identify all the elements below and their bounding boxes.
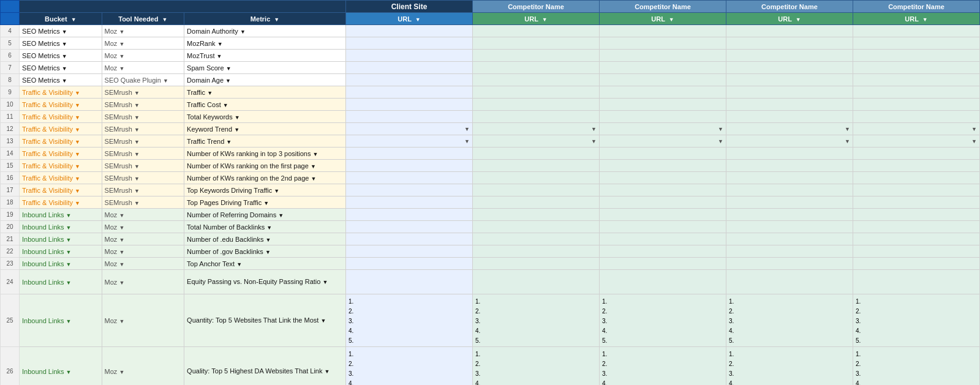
- comp3-url-cell[interactable]: [726, 74, 853, 86]
- tool-filter[interactable]: ▼: [119, 41, 124, 47]
- bucket-filter[interactable]: ▼: [75, 188, 80, 194]
- comp2-url-list-cell[interactable]: 1.2.3.4.: [599, 347, 726, 386]
- comp1-url-dropdown-cell[interactable]: ▼: [473, 123, 600, 135]
- client-url-cell[interactable]: [346, 62, 473, 74]
- metric-filter[interactable]: ▼: [320, 318, 326, 324]
- client-url-cell[interactable]: [346, 99, 473, 111]
- comp4-url-cell[interactable]: [853, 50, 979, 62]
- client-url-cell[interactable]: [346, 184, 473, 196]
- metric-filter[interactable]: ▼: [235, 114, 240, 121]
- client-url-cell[interactable]: [346, 196, 473, 209]
- comp3-url-cell[interactable]: [726, 233, 853, 245]
- tool-filter[interactable]: ▼: [119, 249, 124, 255]
- comp2-url-cell[interactable]: [599, 148, 726, 160]
- comp3-url-cell[interactable]: [726, 99, 853, 111]
- comp2-url-cell[interactable]: [599, 196, 726, 209]
- comp1-url-cell[interactable]: [473, 233, 600, 245]
- comp2-url-cell[interactable]: [599, 37, 726, 50]
- comp3-url-cell[interactable]: [726, 86, 853, 99]
- metric-filter[interactable]: ▼: [226, 139, 232, 145]
- comp2-url-cell[interactable]: [599, 111, 726, 123]
- comp1-url-cell[interactable]: [473, 74, 600, 86]
- client-url-cell[interactable]: [346, 233, 473, 245]
- comp4-url-cell[interactable]: [853, 148, 979, 160]
- comp4-url-cell[interactable]: [853, 270, 979, 294]
- client-url-cell[interactable]: [346, 50, 473, 62]
- comp1-url-cell[interactable]: [473, 258, 600, 270]
- bucket-filter[interactable]: ▼: [75, 163, 80, 170]
- comp1-url-cell[interactable]: [473, 25, 600, 37]
- client-url-cell[interactable]: [346, 172, 473, 184]
- tool-filter[interactable]: ▼: [134, 200, 140, 206]
- metric-filter[interactable]: ▼: [240, 29, 246, 35]
- comp1-url-cell[interactable]: [473, 62, 600, 74]
- comp2-url-list-cell[interactable]: 1.2.3.4.5.: [599, 294, 726, 347]
- comp2-url-cell[interactable]: [599, 25, 726, 37]
- comp2-url-cell[interactable]: [599, 86, 726, 99]
- comp2-url-cell[interactable]: [599, 62, 726, 74]
- bucket-filter[interactable]: ▼: [66, 280, 72, 286]
- comp2-url-cell[interactable]: [599, 99, 726, 111]
- comp2-url-cell[interactable]: [599, 221, 726, 233]
- comp3-url-cell[interactable]: [726, 25, 853, 37]
- comp2-url-cell[interactable]: [599, 270, 726, 294]
- bucket-filter[interactable]: ▼: [75, 176, 80, 182]
- bucket-filter[interactable]: ▼: [62, 78, 67, 84]
- comp4-url-cell[interactable]: [853, 258, 979, 270]
- comp3-url-dropdown-cell[interactable]: ▼: [726, 123, 853, 135]
- tool-filter[interactable]: ▼: [119, 237, 124, 243]
- metric-filter[interactable]: ▼: [217, 41, 223, 47]
- comp2-url-cell[interactable]: [599, 233, 726, 245]
- client-url-dropdown-cell[interactable]: ▼: [346, 135, 473, 148]
- metric-filter[interactable]: ▼: [223, 102, 228, 108]
- metric-filter[interactable]: ▼: [265, 249, 271, 255]
- comp1-url-cell[interactable]: [473, 37, 600, 50]
- tool-filter[interactable]: ▼: [134, 151, 140, 157]
- comp3-url-cell[interactable]: [726, 62, 853, 74]
- metric-filter[interactable]: ▼: [226, 65, 232, 72]
- comp2-url-cell[interactable]: [599, 160, 726, 172]
- comp4-url-cell[interactable]: [853, 99, 979, 111]
- comp1-url-cell[interactable]: [473, 111, 600, 123]
- client-url-filter-icon[interactable]: ▼: [415, 17, 421, 23]
- comp4-url-cell[interactable]: [853, 233, 979, 245]
- comp1-url-cell[interactable]: [473, 245, 600, 258]
- tool-filter[interactable]: ▼: [119, 29, 124, 35]
- comp1-url-cell[interactable]: [473, 99, 600, 111]
- comp3-url-list-cell[interactable]: 1.2.3.4.5.: [726, 294, 853, 347]
- comp3-url-dropdown-cell[interactable]: ▼: [726, 135, 853, 148]
- tool-filter-icon[interactable]: ▼: [162, 17, 168, 23]
- comp2-url-dropdown-cell[interactable]: ▼: [599, 135, 726, 148]
- tool-filter[interactable]: ▼: [119, 53, 124, 59]
- bucket-filter[interactable]: ▼: [75, 127, 80, 133]
- bucket-filter[interactable]: ▼: [66, 212, 72, 219]
- bucket-filter[interactable]: ▼: [66, 225, 72, 231]
- comp4-url-cell[interactable]: [853, 196, 979, 209]
- comp4-url-cell[interactable]: [853, 172, 979, 184]
- client-url-cell[interactable]: [346, 111, 473, 123]
- tool-filter[interactable]: ▼: [134, 90, 140, 96]
- metric-filter[interactable]: ▼: [236, 261, 242, 267]
- metric-filter[interactable]: ▼: [311, 176, 317, 182]
- tool-filter[interactable]: ▼: [134, 163, 140, 170]
- bucket-filter[interactable]: ▼: [75, 139, 80, 145]
- client-url-cell[interactable]: [346, 25, 473, 37]
- bucket-filter[interactable]: ▼: [75, 200, 80, 206]
- comp2-url-cell[interactable]: [599, 258, 726, 270]
- comp1-url-filter-icon[interactable]: ▼: [542, 17, 548, 23]
- comp1-url-list-cell[interactable]: 1.2.3.4.: [473, 347, 600, 386]
- comp2-url-cell[interactable]: [599, 74, 726, 86]
- comp3-url-cell[interactable]: [726, 37, 853, 50]
- comp3-url-cell[interactable]: [726, 184, 853, 196]
- tool-filter[interactable]: ▼: [134, 188, 140, 194]
- tool-filter[interactable]: ▼: [134, 102, 140, 108]
- comp1-url-dropdown-cell[interactable]: ▼: [473, 135, 600, 148]
- metric-filter[interactable]: ▼: [234, 127, 239, 133]
- tool-filter[interactable]: ▼: [134, 176, 140, 182]
- comp4-url-dropdown-cell[interactable]: ▼: [853, 123, 979, 135]
- metric-filter[interactable]: ▼: [278, 212, 284, 219]
- comp3-url-cell[interactable]: [726, 148, 853, 160]
- comp4-url-cell[interactable]: [853, 221, 979, 233]
- comp4-url-cell[interactable]: [853, 111, 979, 123]
- tool-filter[interactable]: ▼: [119, 369, 124, 375]
